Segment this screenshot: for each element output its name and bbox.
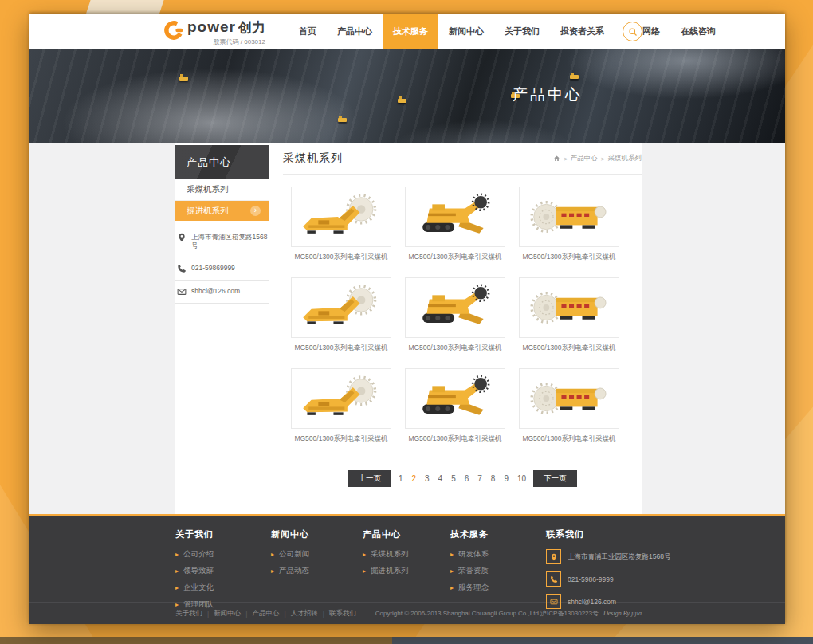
footer-link[interactable]: 公司新闻: [271, 549, 309, 560]
page-number-4[interactable]: 4: [437, 474, 445, 483]
product-card-5[interactable]: MG500/1300系列电牵引采煤机: [405, 277, 505, 368]
product-card-1[interactable]: MG500/1300系列电牵引采煤机: [291, 187, 391, 277]
sidebar-item-label: 掘进机系列: [187, 206, 229, 217]
product-image: [410, 190, 500, 243]
footer-bottom-link[interactable]: 人才招聘: [291, 609, 318, 618]
product-card-7[interactable]: MG500/1300系列电牵引采煤机: [291, 368, 391, 459]
product-card-3[interactable]: MG500/1300系列电牵引采煤机: [519, 187, 619, 277]
page-number-10[interactable]: 10: [516, 474, 528, 483]
breadcrumb-separator: >: [564, 155, 568, 163]
nav-item-8[interactable]: 在线咨询: [670, 14, 726, 49]
product-caption[interactable]: MG500/1300系列电牵引采煤机: [519, 434, 619, 444]
page-number-7[interactable]: 7: [476, 474, 484, 483]
footer-link[interactable]: 荣誉资质: [450, 566, 489, 576]
breadcrumb-home[interactable]: [553, 155, 560, 163]
search-button[interactable]: [623, 22, 642, 41]
product-card-2[interactable]: MG500/1300系列电牵引采煤机: [405, 187, 505, 277]
mail-icon-box: [546, 594, 561, 609]
product-image: [410, 281, 500, 334]
nav-item-3[interactable]: 技术服务: [383, 14, 438, 49]
product-caption[interactable]: MG500/1300系列电牵引采煤机: [405, 434, 505, 444]
page-body: 产品中心 采煤机系列掘进机系列› 上海市青浦区崧复路1568号021-59869…: [29, 143, 785, 514]
nav-item-5[interactable]: 关于我们: [494, 14, 550, 49]
footer-column-2: 新闻中心公司新闻产品动态: [271, 528, 309, 583]
phone-icon: [177, 264, 187, 273]
contact-text: 021-59869999: [191, 264, 235, 273]
product-thumbnail[interactable]: [405, 187, 505, 247]
sidebar-item-2[interactable]: 掘进机系列›: [175, 201, 269, 221]
footer-bottom-link[interactable]: 新闻中心: [214, 609, 241, 618]
sidebar-menu: 采煤机系列掘进机系列›: [175, 179, 269, 221]
prev-page-button[interactable]: 上一页: [348, 470, 391, 487]
page-number-8[interactable]: 8: [489, 474, 497, 483]
next-page-button[interactable]: 下一页: [533, 470, 577, 487]
footer-link[interactable]: 服务理念: [450, 583, 489, 593]
product-caption[interactable]: MG500/1300系列电牵引采煤机: [405, 344, 505, 353]
product-caption[interactable]: MG500/1300系列电牵引采煤机: [405, 253, 505, 262]
logo-texts: power 创力 股票代码 / 603012: [187, 18, 265, 46]
product-thumbnail[interactable]: [291, 187, 391, 247]
pagination: 上一页12345678910下一页: [283, 470, 642, 487]
mining-truck-icon: [570, 75, 579, 79]
footer-link[interactable]: 掘进机系列: [363, 566, 409, 576]
page-number-1[interactable]: 1: [397, 474, 405, 483]
footer-link[interactable]: 企业文化: [175, 583, 214, 593]
site-footer: 关于我们|新闻中心|产品中心|人才招聘|联系我们 Copyright © 200…: [29, 514, 785, 624]
sidebar-contact-row: 021-59869999: [175, 257, 269, 281]
footer-link[interactable]: 研发体系: [450, 549, 489, 560]
footer-bottom-link[interactable]: 产品中心: [252, 609, 279, 618]
chevron-right-icon: ›: [250, 206, 261, 216]
page-number-5[interactable]: 5: [450, 474, 458, 483]
contact-text: 上海市青浦区崧复路1568号: [191, 233, 269, 250]
footer-link[interactable]: 采煤机系列: [363, 549, 409, 560]
footer-link[interactable]: 领导致辞: [175, 566, 214, 576]
product-card-4[interactable]: MG500/1300系列电牵引采煤机: [291, 277, 391, 368]
breadcrumb-item-2: 采煤机系列: [608, 154, 642, 163]
product-image: [524, 372, 614, 425]
product-thumbnail[interactable]: [519, 187, 619, 247]
nav-item-4[interactable]: 新闻中心: [438, 14, 494, 49]
page-number-6[interactable]: 6: [463, 474, 471, 483]
product-thumbnail[interactable]: [405, 277, 505, 338]
product-thumbnail[interactable]: [291, 277, 391, 338]
product-thumbnail[interactable]: [405, 368, 505, 429]
footer-column-title: 关于我们: [175, 528, 214, 540]
nav-item-1[interactable]: 首页: [289, 14, 327, 49]
product-caption[interactable]: MG500/1300系列电牵引采煤机: [291, 344, 391, 353]
footer-link[interactable]: 产品动态: [271, 566, 309, 576]
page-number-2[interactable]: 2: [410, 474, 418, 483]
site-header: power 创力 股票代码 / 603012 首页产品中心技术服务新闻中心关于我…: [29, 14, 785, 49]
sidebar-title: 产品中心: [175, 145, 269, 179]
product-card-8[interactable]: MG500/1300系列电牵引采煤机: [405, 368, 505, 459]
page-number-3[interactable]: 3: [423, 474, 431, 483]
footer-bottom-bar: 关于我们|新闻中心|产品中心|人才招聘|联系我们 Copyright © 200…: [29, 602, 785, 624]
product-card-9[interactable]: MG500/1300系列电牵引采煤机: [519, 368, 619, 459]
nav-item-6[interactable]: 投资者关系: [550, 14, 615, 49]
product-caption[interactable]: MG500/1300系列电牵引采煤机: [291, 253, 391, 262]
footer-bottom-link[interactable]: 联系我们: [329, 609, 356, 618]
product-card-6[interactable]: MG500/1300系列电牵引采煤机: [519, 277, 619, 368]
hero-banner: 产品中心: [29, 49, 785, 143]
product-caption[interactable]: MG500/1300系列电牵引采煤机: [291, 434, 391, 444]
product-caption[interactable]: MG500/1300系列电牵引采煤机: [519, 253, 619, 262]
logo-brand-cn: 创力: [238, 18, 265, 37]
nav-item-2[interactable]: 产品中心: [327, 14, 383, 49]
footer-link[interactable]: 管理团队: [175, 599, 214, 610]
product-thumbnail[interactable]: [519, 368, 619, 429]
bg-bottom-strip-right: [392, 637, 813, 644]
mining-truck-icon: [398, 99, 406, 103]
footer-column-title: 新闻中心: [271, 528, 309, 540]
product-image: [410, 372, 500, 425]
product-thumbnail[interactable]: [519, 277, 619, 338]
product-thumbnail[interactable]: [291, 368, 391, 429]
footer-link[interactable]: 公司介绍: [175, 549, 214, 560]
product-image: [524, 281, 614, 334]
home-icon: [553, 155, 560, 162]
separator: |: [323, 610, 324, 618]
mail-icon: [177, 287, 187, 296]
site-logo[interactable]: power 创力 股票代码 / 603012: [163, 18, 265, 46]
breadcrumb-item-1[interactable]: 产品中心: [571, 154, 598, 163]
page-number-9[interactable]: 9: [502, 474, 510, 483]
product-caption[interactable]: MG500/1300系列电牵引采煤机: [519, 344, 619, 353]
sidebar-item-1[interactable]: 采煤机系列: [175, 179, 269, 201]
